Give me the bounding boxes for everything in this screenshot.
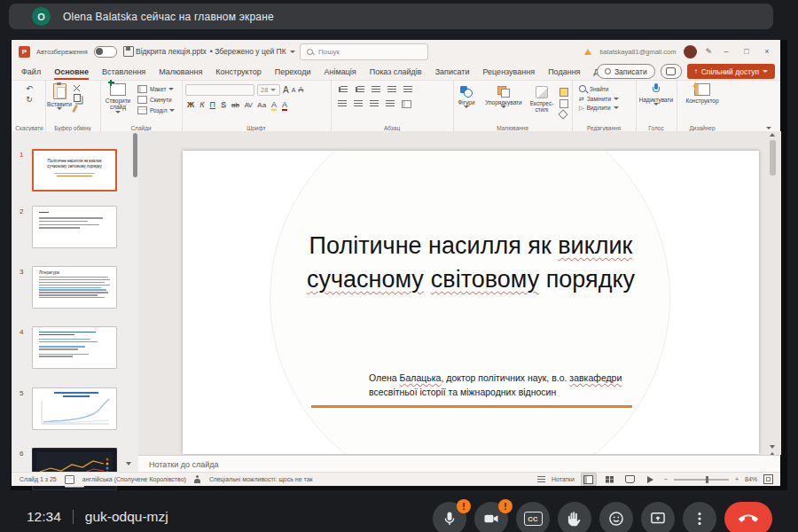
underline-button[interactable]: П (209, 101, 215, 109)
new-slide-button[interactable]: Створити слайд (100, 81, 136, 114)
normal-view-button[interactable] (581, 473, 597, 486)
format-painter-icon[interactable] (72, 105, 78, 113)
scrollbar-thumb[interactable] (770, 140, 776, 176)
record-button[interactable]: Записати (597, 64, 655, 79)
language-indicator[interactable]: англійська (Сполучене Королівство) (82, 476, 186, 482)
clear-format-icon[interactable]: A (298, 86, 303, 94)
autosave-toggle[interactable] (94, 46, 117, 58)
thumbnail-slide-3[interactable]: Література (32, 266, 117, 309)
microphone-button[interactable]: ! (433, 502, 466, 532)
tab-animations[interactable]: Анімація (317, 63, 362, 80)
designer-button[interactable]: Конструктор (677, 81, 728, 104)
present-screen-button[interactable] (641, 502, 675, 532)
tab-insert[interactable]: Вставлення (96, 63, 152, 80)
thumbnail-slide-5[interactable] (32, 387, 117, 430)
zoom-slider-thumb[interactable] (706, 476, 709, 483)
shrink-font-icon[interactable]: A (292, 87, 296, 93)
slide-title[interactable]: Політичне насилля як виклик сучасномусві… (183, 229, 759, 296)
increase-indent-icon[interactable] (387, 86, 396, 93)
slide-canvas[interactable]: Політичне насилля як виклик сучасномусві… (183, 151, 759, 454)
grow-font-icon[interactable]: A (283, 86, 289, 95)
search-input[interactable]: Пошук (300, 43, 428, 60)
account-email[interactable]: balatskaya81@gmail.com (599, 48, 676, 56)
captions-button[interactable]: CC (516, 502, 550, 532)
justify-icon[interactable] (386, 100, 395, 107)
cut-icon[interactable] (74, 85, 80, 91)
find-button[interactable]: Знайти (579, 85, 636, 93)
zoom-in-button[interactable]: + (735, 476, 739, 482)
more-options-button[interactable] (683, 502, 716, 532)
copy-icon[interactable] (74, 94, 81, 102)
redo-icon[interactable]: ↻ (26, 96, 33, 104)
share-button[interactable]: ↑Спільний доступ (687, 64, 775, 79)
char-spacing-button[interactable]: AV (245, 102, 252, 109)
select-button[interactable]: ▷Виділити (579, 105, 636, 111)
align-left-icon[interactable] (338, 100, 347, 107)
reading-view-button[interactable] (623, 473, 638, 485)
thumbnail-slide-4[interactable] (32, 326, 117, 369)
dictate-button[interactable]: Надиктувати (636, 81, 677, 106)
notes-toggle[interactable]: Нотатки (552, 476, 575, 482)
notes-bar[interactable]: Нотатки до слайда (138, 455, 780, 473)
text-shadow-button[interactable]: S (221, 101, 226, 109)
camera-button[interactable]: ! (474, 502, 508, 532)
slideshow-view-button[interactable] (644, 473, 658, 485)
undo-icon[interactable]: ↶ (26, 85, 33, 93)
shape-effects-icon[interactable] (558, 109, 567, 119)
scroll-down-icon[interactable] (770, 445, 775, 449)
comments-button[interactable] (661, 64, 682, 79)
tab-design[interactable]: Конструктор (209, 63, 267, 80)
line-spacing-icon[interactable] (403, 86, 412, 93)
font-name-combo[interactable] (185, 84, 254, 96)
shape-fill-icon[interactable] (559, 88, 568, 97)
save-icon[interactable] (123, 46, 134, 57)
collapse-ribbon-icon[interactable] (766, 127, 771, 129)
italic-button[interactable]: К (200, 101, 204, 109)
arrange-button[interactable]: Упорядкувати (483, 83, 524, 118)
tab-home[interactable]: Основне (48, 63, 95, 80)
close-button[interactable]: × (761, 47, 773, 56)
shapes-button[interactable]: Фігури (453, 83, 480, 118)
bold-button[interactable]: Ж (187, 101, 194, 109)
fit-slide-icon[interactable] (763, 474, 773, 484)
account-avatar[interactable] (684, 45, 697, 59)
columns-icon[interactable] (402, 100, 411, 108)
warning-icon[interactable] (584, 49, 591, 55)
spell-check-icon[interactable] (65, 475, 74, 484)
tab-draw[interactable]: Малювання (153, 63, 208, 80)
tab-transitions[interactable]: Переходи (269, 63, 317, 80)
pen-mode-icon[interactable]: ✎ (705, 47, 712, 56)
decrease-indent-icon[interactable] (372, 86, 380, 93)
zoom-level[interactable]: 84% (745, 476, 757, 482)
section-button[interactable]: Розділ (137, 106, 175, 114)
zoom-slider[interactable] (674, 479, 729, 481)
paste-button[interactable]: Вставити (45, 81, 74, 113)
change-case-button[interactable]: Aa (257, 102, 266, 109)
highlight-color-button[interactable]: A (271, 101, 277, 111)
thumbnail-slide-2[interactable] (32, 206, 117, 248)
bullets-icon[interactable] (340, 86, 348, 93)
minimize-button[interactable]: – (720, 47, 732, 56)
font-color-button[interactable]: A (282, 101, 287, 111)
canvas-scrollbar[interactable] (768, 133, 777, 468)
tab-record[interactable]: Записати (429, 63, 476, 80)
strikethrough-button[interactable]: ab (231, 102, 239, 109)
align-right-icon[interactable] (370, 100, 379, 107)
shape-outline-icon[interactable] (559, 99, 568, 108)
tab-file[interactable]: Файл (15, 63, 47, 80)
scroll-up-icon[interactable] (770, 133, 775, 137)
zoom-out-button[interactable]: − (664, 476, 668, 482)
collapse-notes-icon[interactable] (126, 462, 131, 466)
thumbnail-scrollbar[interactable] (133, 133, 137, 177)
align-center-icon[interactable] (354, 100, 363, 107)
reset-button[interactable]: Скинути (137, 96, 175, 104)
thumbnail-slide-1[interactable]: Політичне насилля як виклик сучасному св… (32, 149, 117, 192)
replace-button[interactable]: ⇄Замінити (579, 96, 636, 102)
slide-subtitle[interactable]: Олена Балацька, доктор політичних наук, … (369, 371, 670, 399)
tab-view[interactable]: Подання (542, 63, 586, 80)
raise-hand-button[interactable] (558, 502, 591, 532)
tab-slideshow[interactable]: Показ слайдів (364, 63, 428, 80)
layout-button[interactable]: Макет (137, 85, 175, 93)
font-size-combo[interactable]: 28 (257, 84, 280, 96)
end-call-button[interactable] (724, 502, 772, 532)
